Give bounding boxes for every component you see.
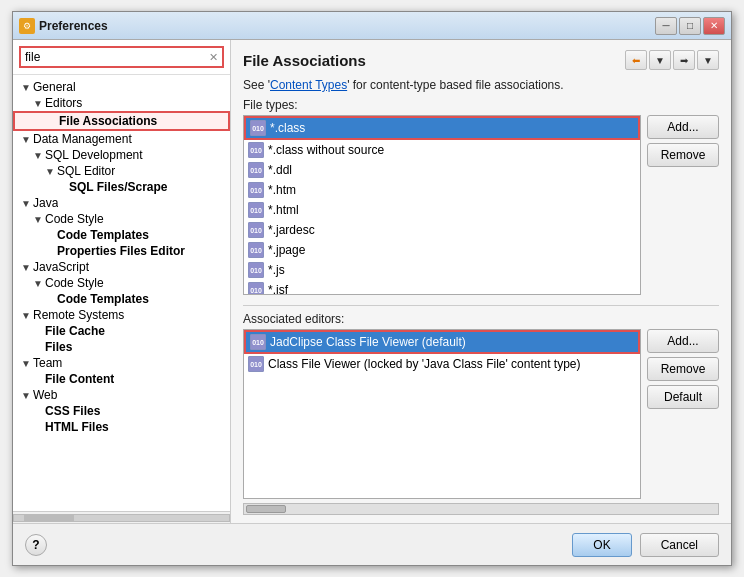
remove-editor-button[interactable]: Remove bbox=[647, 357, 719, 381]
window-title: Preferences bbox=[39, 19, 651, 33]
ok-button[interactable]: OK bbox=[572, 533, 631, 557]
sidebar-item-team[interactable]: ▼ Team bbox=[13, 355, 230, 371]
description-text: See 'Content Types' for content-type bas… bbox=[243, 78, 719, 92]
close-button[interactable]: ✕ bbox=[703, 17, 725, 35]
sidebar-item-editors[interactable]: ▼ Editors bbox=[13, 95, 230, 111]
add-editor-button[interactable]: Add... bbox=[647, 329, 719, 353]
assoc-list-container: 010 JadClipse Class File Viewer (default… bbox=[243, 329, 719, 499]
sidebar-item-html-files[interactable]: HTML Files bbox=[13, 419, 230, 435]
file-types-buttons: Add... Remove bbox=[647, 115, 719, 295]
search-clear-button[interactable]: ✕ bbox=[209, 51, 218, 64]
expand-arrow bbox=[33, 374, 43, 385]
list-item[interactable]: 010 *.ddl bbox=[244, 160, 640, 180]
sidebar-item-sql-development[interactable]: ▼ SQL Development bbox=[13, 147, 230, 163]
page-title: File Associations bbox=[243, 52, 366, 69]
expand-arrow bbox=[47, 116, 57, 127]
file-type-icon: 010 bbox=[248, 202, 264, 218]
minimize-button[interactable]: ─ bbox=[655, 17, 677, 35]
sidebar-item-js-code-style[interactable]: ▼ Code Style bbox=[13, 275, 230, 291]
sidebar-item-javascript[interactable]: ▼ JavaScript bbox=[13, 259, 230, 275]
expand-arrow: ▼ bbox=[21, 310, 31, 321]
expand-arrow: ▼ bbox=[33, 98, 43, 109]
more-nav-button[interactable]: ▼ bbox=[697, 50, 719, 70]
tree-area: ▼ General ▼ Editors File Associations ▼ … bbox=[13, 75, 230, 511]
content-types-link[interactable]: Content Types bbox=[270, 78, 347, 92]
file-type-icon: 010 bbox=[248, 242, 264, 258]
associated-editors-section: Associated editors: 010 JadClipse Class … bbox=[243, 312, 719, 515]
assoc-item[interactable]: 010 JadClipse Class File Viewer (default… bbox=[244, 330, 640, 354]
right-panel-header: File Associations ⬅ ▼ ➡ ▼ bbox=[243, 50, 719, 70]
sidebar-item-sql-editor[interactable]: ▼ SQL Editor bbox=[13, 163, 230, 179]
expand-arrow: ▼ bbox=[21, 134, 31, 145]
sidebar-item-general[interactable]: ▼ General bbox=[13, 79, 230, 95]
expand-arrow: ▼ bbox=[21, 390, 31, 401]
sidebar-item-css-files[interactable]: CSS Files bbox=[13, 403, 230, 419]
sidebar-item-data-management[interactable]: ▼ Data Management bbox=[13, 131, 230, 147]
associated-editors-list[interactable]: 010 JadClipse Class File Viewer (default… bbox=[243, 329, 641, 499]
editor-icon: 010 bbox=[250, 334, 266, 350]
expand-arrow bbox=[57, 182, 67, 193]
expand-arrow: ▼ bbox=[33, 214, 43, 225]
sidebar-item-sql-files[interactable]: SQL Files/Scrape bbox=[13, 179, 230, 195]
sidebar-item-file-associations[interactable]: File Associations bbox=[13, 111, 230, 131]
preferences-window: ⚙ Preferences ─ □ ✕ ✕ ▼ Genera bbox=[12, 11, 732, 566]
left-panel: ✕ ▼ General ▼ Editors File Associat bbox=[13, 40, 231, 523]
sidebar-item-properties-files[interactable]: Properties Files Editor bbox=[13, 243, 230, 259]
search-input-wrap: ✕ bbox=[19, 46, 224, 68]
expand-arrow: ▼ bbox=[21, 262, 31, 273]
footer-left: ? bbox=[25, 534, 47, 556]
list-item[interactable]: 010 *.html bbox=[244, 200, 640, 220]
sidebar-item-remote-systems[interactable]: ▼ Remote Systems bbox=[13, 307, 230, 323]
expand-arrow bbox=[33, 342, 43, 353]
file-types-label: File types: bbox=[243, 98, 719, 112]
list-item[interactable]: 010 *.jpage bbox=[244, 240, 640, 260]
cancel-button[interactable]: Cancel bbox=[640, 533, 719, 557]
expand-arrow: ▼ bbox=[45, 166, 55, 177]
file-type-icon: 010 bbox=[250, 120, 266, 136]
associated-editors-label: Associated editors: bbox=[243, 312, 719, 326]
back-nav-button[interactable]: ⬅ bbox=[625, 50, 647, 70]
list-item[interactable]: 010 *.jardesc bbox=[244, 220, 640, 240]
expand-arrow: ▼ bbox=[33, 278, 43, 289]
remove-file-type-button[interactable]: Remove bbox=[647, 143, 719, 167]
dropdown-nav-button[interactable]: ▼ bbox=[649, 50, 671, 70]
list-item[interactable]: 010 *.jsf bbox=[244, 280, 640, 295]
expand-arrow bbox=[33, 406, 43, 417]
list-item[interactable]: 010 *.js bbox=[244, 260, 640, 280]
expand-arrow bbox=[45, 246, 55, 257]
sidebar-item-file-cache[interactable]: File Cache bbox=[13, 323, 230, 339]
maximize-button[interactable]: □ bbox=[679, 17, 701, 35]
sidebar-item-code-style[interactable]: ▼ Code Style bbox=[13, 211, 230, 227]
assoc-item[interactable]: 010 Class File Viewer (locked by 'Java C… bbox=[244, 354, 640, 374]
expand-arrow: ▼ bbox=[21, 198, 31, 209]
default-editor-button[interactable]: Default bbox=[647, 385, 719, 409]
content-area: ✕ ▼ General ▼ Editors File Associat bbox=[13, 40, 731, 523]
sidebar-item-files[interactable]: Files bbox=[13, 339, 230, 355]
add-file-type-button[interactable]: Add... bbox=[647, 115, 719, 139]
file-type-icon: 010 bbox=[248, 222, 264, 238]
title-bar: ⚙ Preferences ─ □ ✕ bbox=[13, 12, 731, 40]
search-box: ✕ bbox=[13, 40, 230, 75]
left-scrollbar bbox=[13, 511, 230, 523]
list-item[interactable]: 010 *.class bbox=[244, 116, 640, 140]
file-type-icon: 010 bbox=[248, 282, 264, 295]
sidebar-item-js-code-templates[interactable]: Code Templates bbox=[13, 291, 230, 307]
forward-nav-button[interactable]: ➡ bbox=[673, 50, 695, 70]
editor-icon: 010 bbox=[248, 356, 264, 372]
expand-arrow bbox=[33, 422, 43, 433]
assoc-buttons: Add... Remove Default bbox=[647, 329, 719, 499]
expand-arrow: ▼ bbox=[33, 150, 43, 161]
window-icon: ⚙ bbox=[19, 18, 35, 34]
list-item[interactable]: 010 *.htm bbox=[244, 180, 640, 200]
search-input[interactable] bbox=[25, 50, 209, 64]
expand-arrow: ▼ bbox=[21, 358, 31, 369]
sidebar-item-code-templates[interactable]: Code Templates bbox=[13, 227, 230, 243]
sidebar-item-file-content[interactable]: File Content bbox=[13, 371, 230, 387]
right-panel: File Associations ⬅ ▼ ➡ ▼ See 'Content T… bbox=[231, 40, 731, 523]
help-button[interactable]: ? bbox=[25, 534, 47, 556]
file-types-list[interactable]: 010 *.class 010 *.class without source 0… bbox=[243, 115, 641, 295]
sidebar-item-web[interactable]: ▼ Web bbox=[13, 387, 230, 403]
sidebar-item-java[interactable]: ▼ Java bbox=[13, 195, 230, 211]
expand-arrow bbox=[45, 230, 55, 241]
list-item[interactable]: 010 *.class without source bbox=[244, 140, 640, 160]
